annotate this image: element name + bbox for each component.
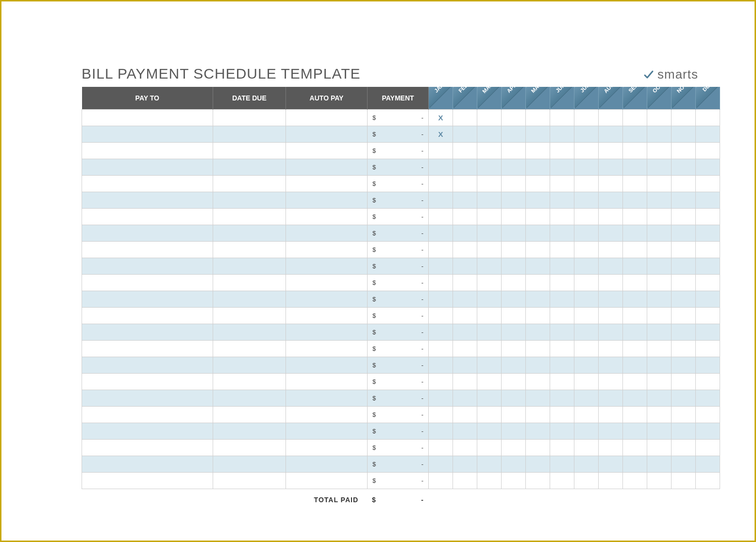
cell-month-aug[interactable] [599, 390, 623, 406]
cell-month-de[interactable] [696, 357, 720, 373]
cell-month-jun[interactable] [550, 423, 574, 439]
cell-month-feb[interactable] [453, 472, 477, 489]
cell-month-may[interactable] [526, 373, 550, 390]
cell-month-feb[interactable] [453, 439, 477, 456]
cell-datedue[interactable] [213, 241, 286, 258]
cell-month-feb[interactable] [453, 241, 477, 258]
cell-month-feb[interactable] [453, 192, 477, 208]
cell-month-aug[interactable] [599, 291, 623, 307]
cell-month-may[interactable] [526, 406, 550, 423]
cell-autopay[interactable] [286, 109, 368, 126]
cell-payment[interactable]: $- [368, 109, 429, 126]
cell-month-sep[interactable] [623, 142, 647, 159]
cell-month-oct[interactable] [647, 472, 672, 489]
cell-datedue[interactable] [213, 357, 286, 373]
cell-month-apr[interactable] [502, 423, 526, 439]
cell-month-nov[interactable] [672, 175, 696, 192]
cell-month-apr[interactable] [502, 208, 526, 225]
cell-month-jul[interactable] [574, 159, 599, 175]
cell-autopay[interactable] [286, 225, 368, 241]
cell-month-oct[interactable] [647, 241, 672, 258]
cell-month-jul[interactable] [574, 291, 599, 307]
cell-month-oct[interactable] [647, 225, 672, 241]
cell-month-sep[interactable] [623, 192, 647, 208]
cell-month-sep[interactable] [623, 159, 647, 175]
cell-month-sep[interactable] [623, 390, 647, 406]
cell-datedue[interactable] [213, 142, 286, 159]
cell-month-may[interactable] [526, 291, 550, 307]
cell-month-jun[interactable] [550, 258, 574, 274]
cell-payment[interactable]: $- [368, 258, 429, 274]
cell-month-nov[interactable] [672, 357, 696, 373]
cell-month-aug[interactable] [599, 373, 623, 390]
cell-month-may[interactable] [526, 175, 550, 192]
cell-month-jul[interactable] [574, 142, 599, 159]
cell-month-apr[interactable] [502, 109, 526, 126]
cell-autopay[interactable] [286, 439, 368, 456]
cell-month-feb[interactable] [453, 456, 477, 472]
cell-month-feb[interactable] [453, 423, 477, 439]
cell-payment[interactable]: $- [368, 423, 429, 439]
cell-payto[interactable] [82, 241, 213, 258]
cell-payment[interactable]: $- [368, 159, 429, 175]
cell-month-apr[interactable] [502, 274, 526, 291]
cell-month-may[interactable] [526, 324, 550, 340]
cell-datedue[interactable] [213, 472, 286, 489]
cell-month-feb[interactable] [453, 307, 477, 324]
cell-month-may[interactable] [526, 340, 550, 357]
cell-month-jun[interactable] [550, 373, 574, 390]
cell-datedue[interactable] [213, 291, 286, 307]
cell-month-may[interactable] [526, 390, 550, 406]
cell-month-oct[interactable] [647, 192, 672, 208]
cell-month-de[interactable] [696, 208, 720, 225]
cell-month-aug[interactable] [599, 439, 623, 456]
cell-month-jun[interactable] [550, 291, 574, 307]
cell-month-de[interactable] [696, 472, 720, 489]
cell-autopay[interactable] [286, 307, 368, 324]
cell-month-mar[interactable] [477, 274, 502, 291]
cell-month-feb[interactable] [453, 109, 477, 126]
cell-payment[interactable]: $- [368, 390, 429, 406]
cell-month-aug[interactable] [599, 423, 623, 439]
cell-month-aug[interactable] [599, 258, 623, 274]
cell-month-jun[interactable] [550, 142, 574, 159]
cell-month-oct[interactable] [647, 357, 672, 373]
cell-month-mar[interactable] [477, 472, 502, 489]
cell-month-sep[interactable] [623, 324, 647, 340]
cell-month-jan[interactable] [429, 324, 453, 340]
cell-month-jul[interactable] [574, 192, 599, 208]
cell-month-apr[interactable] [502, 126, 526, 142]
cell-month-jun[interactable] [550, 324, 574, 340]
cell-month-oct[interactable] [647, 258, 672, 274]
cell-month-de[interactable] [696, 274, 720, 291]
cell-month-jul[interactable] [574, 241, 599, 258]
cell-month-jul[interactable] [574, 225, 599, 241]
cell-payment[interactable]: $- [368, 472, 429, 489]
cell-month-aug[interactable] [599, 159, 623, 175]
cell-month-nov[interactable] [672, 225, 696, 241]
cell-autopay[interactable] [286, 159, 368, 175]
cell-month-nov[interactable] [672, 291, 696, 307]
cell-month-may[interactable] [526, 159, 550, 175]
cell-month-jan[interactable] [429, 307, 453, 324]
cell-month-mar[interactable] [477, 324, 502, 340]
cell-payto[interactable] [82, 142, 213, 159]
cell-autopay[interactable] [286, 373, 368, 390]
cell-datedue[interactable] [213, 109, 286, 126]
cell-month-sep[interactable] [623, 225, 647, 241]
cell-month-jun[interactable] [550, 439, 574, 456]
cell-month-jan[interactable] [429, 192, 453, 208]
cell-month-feb[interactable] [453, 175, 477, 192]
cell-month-feb[interactable] [453, 291, 477, 307]
cell-payto[interactable] [82, 340, 213, 357]
cell-datedue[interactable] [213, 225, 286, 241]
cell-month-nov[interactable] [672, 390, 696, 406]
cell-month-jun[interactable] [550, 456, 574, 472]
cell-month-jul[interactable] [574, 340, 599, 357]
cell-month-sep[interactable] [623, 456, 647, 472]
cell-month-mar[interactable] [477, 373, 502, 390]
cell-payto[interactable] [82, 307, 213, 324]
cell-month-jan[interactable]: X [429, 126, 453, 142]
cell-month-oct[interactable] [647, 340, 672, 357]
cell-month-sep[interactable] [623, 423, 647, 439]
